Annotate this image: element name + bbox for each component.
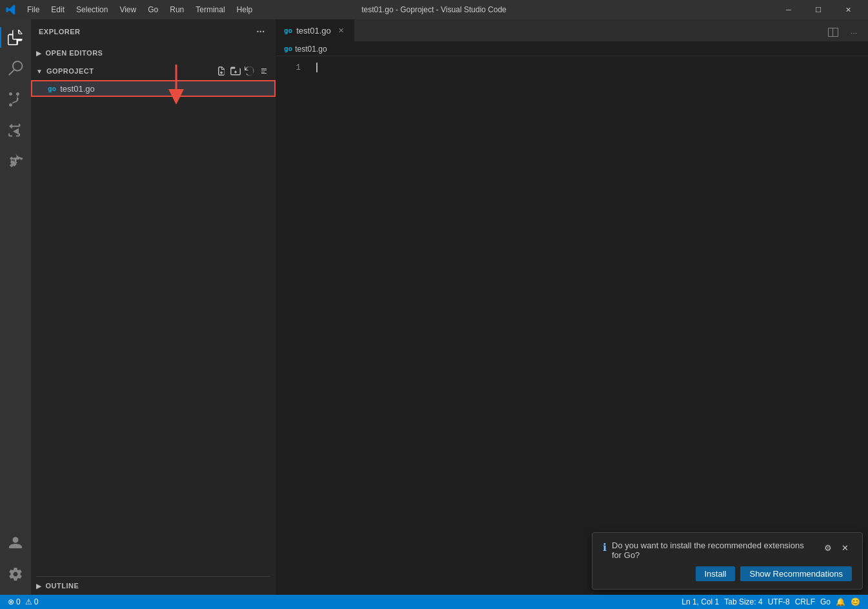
activity-bar-bottom <box>0 528 31 595</box>
goproject-label: GOPROJECT <box>46 67 215 75</box>
tab-go-icon: go <box>284 26 292 35</box>
tab-bar-actions: ··· <box>819 23 868 41</box>
accounts-icon <box>8 535 23 551</box>
menu-file[interactable]: File <box>22 4 45 15</box>
notification-actions: ⚙ ✕ <box>821 541 852 555</box>
window-controls: ─ ☐ ✕ <box>774 0 863 19</box>
status-encoding[interactable]: UTF-8 <box>765 595 792 609</box>
tab-bar: go test01.go ✕ ··· <box>276 19 868 42</box>
maximize-button[interactable]: ☐ <box>803 0 833 19</box>
activity-item-accounts[interactable] <box>0 528 31 559</box>
notification-message: Do you want to install the recommended e… <box>612 541 816 560</box>
menu-selection[interactable]: Selection <box>71 4 113 15</box>
vscode-logo-icon <box>5 4 17 15</box>
tab-close-button[interactable]: ✕ <box>336 25 347 36</box>
activity-item-settings[interactable] <box>0 559 31 590</box>
sidebar-header-actions: ··· <box>254 25 268 39</box>
go-file-icon: go <box>48 85 56 93</box>
project-header[interactable]: ▼ GOPROJECT <box>31 62 276 80</box>
menu-view[interactable]: View <box>114 4 141 15</box>
sidebar-title: EXPLORER <box>39 28 81 36</box>
editor-area: go test01.go ✕ ··· go test01.go 1 <box>276 19 868 595</box>
new-folder-button[interactable] <box>229 65 242 77</box>
status-bar-right: Ln 1, Col 1 Tab Size: 4 UTF-8 CRLF Go 🔔 … <box>679 595 863 609</box>
menu-go[interactable]: Go <box>143 4 163 15</box>
warning-icon: ⚠ <box>25 597 32 606</box>
file-item-test01go[interactable]: go test01.go <box>31 80 276 97</box>
line-number-1: 1 <box>276 61 301 74</box>
warning-count: 0 <box>34 597 39 606</box>
search-icon <box>8 61 23 76</box>
activity-item-source-control[interactable] <box>0 84 31 115</box>
split-editor-button[interactable] <box>824 23 842 41</box>
sidebar-more-button[interactable]: ··· <box>254 25 268 39</box>
outline-header[interactable]: ▶ OUTLINE <box>31 577 276 595</box>
sidebar: EXPLORER ··· ▶ OPEN EDITORS ▼ GOPROJECT <box>31 19 276 595</box>
tab-label: test01.go <box>296 26 331 36</box>
status-errors[interactable]: ⊗ 0 ⚠ 0 <box>5 595 41 609</box>
status-line-ending[interactable]: CRLF <box>792 595 818 609</box>
line-numbers: 1 <box>276 56 308 595</box>
activity-bar <box>0 19 31 595</box>
activity-item-search[interactable] <box>0 53 31 84</box>
show-recommendations-button[interactable]: Show Recommendations <box>740 566 852 581</box>
source-control-icon <box>8 92 23 107</box>
status-language[interactable]: Go <box>818 595 833 609</box>
status-bar: ⊗ 0 ⚠ 0 Ln 1, Col 1 Tab Size: 4 UTF-8 CR… <box>0 595 868 609</box>
collapse-all-button[interactable] <box>257 65 270 77</box>
notification-header: ℹ Do you want to install the recommended… <box>603 541 852 560</box>
new-file-button[interactable] <box>215 65 228 77</box>
refresh-icon <box>245 66 255 76</box>
activity-item-run[interactable] <box>0 115 31 146</box>
goproject-chevron: ▼ <box>36 68 43 75</box>
notification-info-icon: ℹ <box>603 541 607 553</box>
breadcrumb: go test01.go <box>276 42 868 56</box>
text-cursor <box>316 63 318 72</box>
more-actions-button[interactable]: ··· <box>845 23 863 41</box>
main-area: EXPLORER ··· ▶ OPEN EDITORS ▼ GOPROJECT <box>0 19 868 595</box>
notification-close-button[interactable]: ✕ <box>838 541 852 555</box>
files-icon <box>8 30 23 45</box>
notification-gear-button[interactable]: ⚙ <box>821 541 835 555</box>
breadcrumb-file: test01.go <box>295 45 327 54</box>
open-editors-chevron: ▶ <box>36 50 42 57</box>
settings-icon <box>8 566 23 582</box>
run-debug-icon <box>8 123 23 138</box>
notification-buttons: Install Show Recommendations <box>603 566 852 581</box>
open-editors-section[interactable]: ▶ OPEN EDITORS <box>31 44 276 62</box>
outline-section: ▶ OUTLINE <box>31 576 276 595</box>
error-count: 0 <box>16 597 21 606</box>
activity-item-explorer[interactable] <box>0 22 31 53</box>
outline-label: OUTLINE <box>46 582 79 590</box>
open-editors-label: OPEN EDITORS <box>46 49 103 57</box>
menu-edit[interactable]: Edit <box>46 4 70 15</box>
new-file-icon <box>216 66 227 76</box>
status-notifications-bell[interactable]: 🔔 <box>833 595 848 609</box>
menu-help[interactable]: Help <box>232 4 258 15</box>
title-bar: File Edit Selection View Go Run Terminal… <box>0 0 868 19</box>
code-editor[interactable]: 1 <box>276 56 868 595</box>
sidebar-header: EXPLORER ··· <box>31 19 276 44</box>
new-folder-icon <box>230 66 241 76</box>
outline-chevron: ▶ <box>36 583 42 590</box>
status-tab-size[interactable]: Tab Size: 4 <box>722 595 765 609</box>
window-title: test01.go - Goproject - Visual Studio Co… <box>361 5 507 14</box>
status-bar-left: ⊗ 0 ⚠ 0 <box>5 595 41 609</box>
menu-run[interactable]: Run <box>165 4 189 15</box>
activity-item-extensions[interactable] <box>0 146 31 177</box>
menu-terminal[interactable]: Terminal <box>190 4 230 15</box>
tab-test01go[interactable]: go test01.go ✕ <box>276 19 354 41</box>
code-content[interactable] <box>308 56 868 595</box>
breadcrumb-go-icon: go <box>284 45 292 53</box>
minimize-button[interactable]: ─ <box>774 0 803 19</box>
status-position[interactable]: Ln 1, Col 1 <box>679 595 722 609</box>
split-editor-icon <box>828 27 838 37</box>
close-button[interactable]: ✕ <box>833 0 863 19</box>
status-feedback[interactable]: 😊 <box>848 595 863 609</box>
notification-popup: ℹ Do you want to install the recommended… <box>592 532 863 590</box>
install-button[interactable]: Install <box>696 566 736 581</box>
refresh-button[interactable] <box>243 65 256 77</box>
project-actions <box>215 65 270 77</box>
extensions-icon <box>8 154 23 169</box>
error-icon: ⊗ <box>8 597 14 606</box>
